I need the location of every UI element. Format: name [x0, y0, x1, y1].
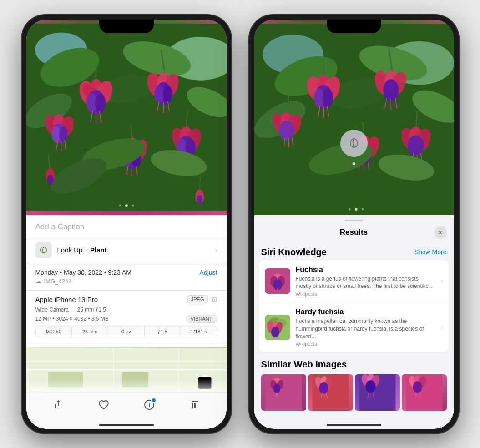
svg-point-115 [323, 116, 324, 118]
notch-right [327, 20, 381, 33]
camera-section: Apple iPhone 13 Pro JPEG ⊙ Wide Camera —… [26, 291, 227, 342]
show-more-button[interactable]: Show More [414, 248, 447, 256]
notch-left [99, 20, 154, 33]
siri-knowledge-header: Siri Knowledge Show More [254, 243, 454, 260]
svg-point-132 [279, 120, 294, 140]
photo-display-right[interactable] [254, 20, 454, 220]
knowledge-card: Fuchsia Fuchsia is a genus of flowering … [259, 260, 449, 352]
map-overlay [26, 379, 227, 393]
siri-leaf-icon [348, 137, 360, 150]
svg-point-116 [328, 115, 329, 117]
info-button[interactable] [144, 399, 155, 413]
similar-image-2[interactable] [308, 374, 353, 411]
flower-photo-left [26, 20, 227, 215]
svg-point-82 [197, 195, 202, 205]
siri-button[interactable] [340, 130, 368, 157]
adjust-button[interactable]: Adjust [200, 269, 217, 276]
svg-point-47 [65, 148, 66, 150]
fuchsia-info: Fuchsia Fuchsia is a genus of flowering … [296, 266, 435, 297]
svg-point-28 [163, 86, 172, 103]
svg-point-58 [126, 173, 128, 175]
results-close-button[interactable]: × [434, 226, 447, 239]
camera-row1: Apple iPhone 13 Pro JPEG ⊙ [35, 295, 217, 304]
svg-point-85 [131, 204, 134, 206]
svg-point-202 [413, 381, 422, 393]
meta-file: ☁ IMG_4241 [35, 278, 217, 285]
fuchsia-desc: Fuchsia is a genus of flowering plants t… [296, 275, 435, 291]
spec-shutter: 1/181 s [181, 326, 217, 337]
svg-point-60 [136, 173, 138, 175]
spec-mm: 26 mm [72, 326, 108, 337]
svg-point-156 [361, 208, 364, 210]
lookup-chevron: › [215, 246, 217, 254]
svg-point-34 [168, 110, 170, 111]
hardy-info: Hardy fuchsia Fuchsia magellanica, commo… [296, 308, 435, 347]
siri-dot [353, 162, 355, 165]
svg-point-194 [365, 380, 375, 393]
svg-point-46 [60, 149, 62, 151]
location-icon: ⊙ [212, 295, 217, 304]
results-panel: Results × Siri Knowledge Show More [254, 215, 454, 429]
camera-name: Apple iPhone 13 Pro [35, 296, 98, 303]
svg-point-84 [119, 204, 121, 206]
svg-point-179 [273, 384, 280, 393]
lookup-row[interactable]: Look Up – Plant › [26, 237, 227, 263]
svg-point-33 [162, 111, 164, 113]
similar-image-3[interactable] [355, 374, 400, 411]
similar-image-1[interactable] [261, 374, 306, 411]
fuchsia-thumbnail [265, 268, 290, 294]
similar-image-4[interactable] [402, 374, 447, 411]
photo-date: Monday • May 30, 2022 • 9:23 AM [35, 269, 131, 276]
caption-area[interactable]: Add a Caption [26, 215, 227, 237]
spec-ev: 0 ev [108, 326, 145, 337]
svg-point-79 [47, 174, 53, 185]
delete-button[interactable] [189, 399, 200, 413]
svg-point-19 [90, 121, 91, 122]
phone-screen-left: Add a Caption Look Up – Plant [26, 20, 227, 429]
results-title: Results [274, 228, 434, 237]
svg-point-125 [384, 107, 386, 109]
knowledge-item-hardy[interactable]: Hardy fuchsia Fuchsia magellanica, commo… [259, 302, 449, 352]
svg-point-171 [271, 327, 279, 337]
toolbar [26, 393, 227, 429]
results-scroll[interactable]: Siri Knowledge Show More [254, 243, 454, 429]
similar-images-row [261, 374, 447, 411]
info-panel: Add a Caption Look Up – Plant [26, 215, 227, 429]
svg-point-126 [390, 108, 392, 110]
phone-frame-left: Add a Caption Look Up – Plant [22, 15, 231, 433]
camera-mp: 12 MP • 3024 × 4032 • 3.5 MB [35, 316, 109, 322]
caption-placeholder[interactable]: Add a Caption [35, 222, 85, 231]
jpeg-badge: JPEG [187, 295, 208, 303]
spec-iso: ISO 50 [36, 326, 72, 337]
svg-point-155 [349, 208, 351, 210]
fuchsia-chevron: › [441, 277, 443, 285]
similar-section: Similar Web Images [254, 356, 454, 413]
hardy-desc: Fuchsia magellanica, commonly known as t… [296, 317, 435, 340]
meta-row1: Monday • May 30, 2022 • 9:23 AM Adjust [35, 269, 217, 276]
svg-point-15 [95, 93, 106, 112]
camera-wide: Wide Camera — 26 mm ƒ1.5 [35, 307, 217, 313]
svg-point-127 [395, 107, 397, 109]
camera-row2: Wide Camera — 26 mm ƒ1.5 12 MP • 3024 × … [35, 307, 217, 323]
results-handle[interactable] [345, 220, 363, 221]
spec-f: ƒ1.5 [145, 326, 181, 337]
hardy-name: Hardy fuchsia [296, 308, 435, 316]
home-indicator-right [327, 424, 381, 426]
home-indicator-left [99, 424, 154, 426]
photo-display-left[interactable] [26, 20, 227, 215]
knowledge-item-fuchsia[interactable]: Fuchsia Fuchsia is a genus of flowering … [259, 260, 449, 303]
vibrant-badge: VIBRANT [186, 315, 217, 323]
flower-photo-right [254, 20, 454, 220]
camera-badges: JPEG ⊙ [187, 295, 217, 304]
info-badge [151, 398, 157, 403]
like-button[interactable] [98, 399, 109, 413]
share-button[interactable] [53, 399, 64, 413]
file-name: IMG_4241 [44, 278, 72, 285]
meta-section: Monday • May 30, 2022 • 9:23 AM Adjust ☁… [26, 263, 227, 291]
fuchsia-name: Fuchsia [296, 266, 435, 274]
similar-title: Similar Web Images [261, 359, 447, 370]
hardy-source: Wikipedia [296, 341, 435, 347]
svg-point-32 [157, 110, 158, 111]
phone-frame-right: Results × Siri Knowledge Show More [249, 15, 459, 433]
map-area[interactable] [26, 347, 227, 393]
